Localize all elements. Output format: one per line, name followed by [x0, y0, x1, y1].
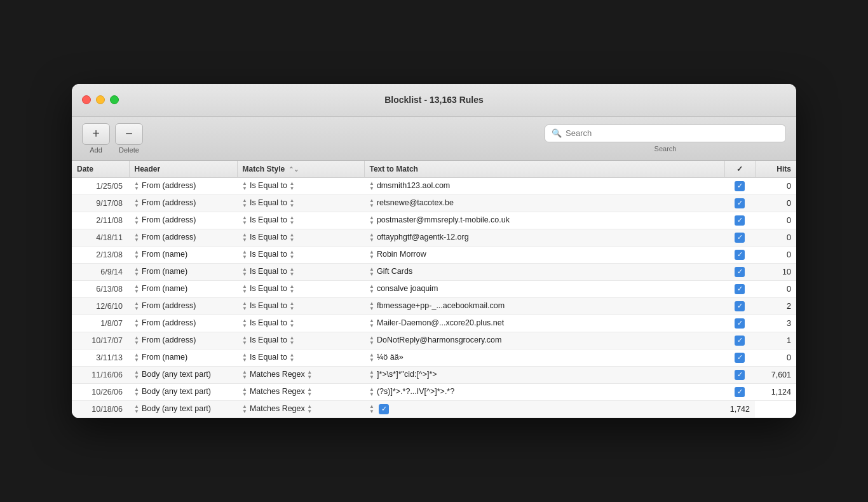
stepper-icon: ▲▼ [242, 387, 247, 397]
cell-match-style: ▲▼Is Equal to ▲▼ [237, 332, 364, 349]
cell-header: ▲▼From (name) [129, 349, 237, 366]
toolbar-right: 🔍 Search [545, 125, 786, 153]
cell-header: ▲▼From (address) [129, 212, 237, 229]
main-window: Blocklist - 13,163 Rules + − Add Delete … [72, 84, 796, 418]
checkbox-icon[interactable]: ✓ [735, 233, 745, 243]
checkbox-icon[interactable]: ✓ [735, 198, 745, 208]
table-row[interactable]: 6/9/14 ▲▼From (name) ▲▼Is Equal to ▲▼ ▲▼… [72, 263, 796, 280]
cell-check[interactable]: ✓ [725, 332, 755, 349]
cell-text-to-match: ▲▼DoNotReply@harmonsgrocery.com [364, 332, 725, 349]
table-row[interactable]: 9/17/08 ▲▼From (address) ▲▼Is Equal to ▲… [72, 194, 796, 212]
cell-text-to-match: ▲▼retsnewe@tacotex.be [364, 194, 725, 212]
stepper-icon: ▲▼ [369, 233, 374, 243]
stepper-icon: ▲▼ [134, 370, 139, 380]
table-row[interactable]: 10/17/07 ▲▼From (address) ▲▼Is Equal to … [72, 332, 796, 349]
table-row[interactable]: 1/25/05 ▲▼From (address) ▲▼Is Equal to ▲… [72, 177, 796, 194]
checkbox-icon[interactable]: ✓ [735, 284, 745, 294]
cell-date: 4/18/11 [72, 229, 129, 246]
add-button[interactable]: + [82, 123, 110, 145]
cell-check[interactable]: ✓ [725, 229, 755, 246]
cell-check[interactable]: ✓ [725, 280, 755, 297]
col-date[interactable]: Date [72, 161, 129, 178]
cell-check[interactable]: ✓ [725, 263, 755, 280]
cell-match-style: ▲▼Is Equal to ▲▼ [237, 212, 364, 229]
stepper-icon: ▲▼ [369, 267, 374, 277]
search-icon: 🔍 [552, 128, 562, 138]
stepper-icon: ▲▼ [242, 353, 247, 363]
cell-header: ▲▼From (name) [129, 280, 237, 297]
stepper-icon: ▲▼ [134, 353, 139, 363]
checkbox-icon[interactable]: ✓ [735, 267, 745, 277]
table-row[interactable]: 2/11/08 ▲▼From (address) ▲▼Is Equal to ▲… [72, 212, 796, 229]
delete-button[interactable]: − [115, 123, 143, 145]
stepper-icon: ▲▼ [134, 301, 139, 311]
cell-hits: 10 [755, 263, 796, 280]
window-title: Blocklist - 13,163 Rules [384, 95, 484, 105]
checkbox-icon[interactable]: ✓ [735, 353, 745, 363]
table-row[interactable]: 6/13/08 ▲▼From (name) ▲▼Is Equal to ▲▼ ▲… [72, 280, 796, 297]
cell-header: ▲▼From (name) [129, 263, 237, 280]
stepper-icon: ▲▼ [369, 181, 374, 191]
cell-check[interactable]: ✓ [725, 349, 755, 366]
stepper-icon: ▲▼ [134, 284, 139, 294]
col-text-to-match[interactable]: Text to Match [364, 161, 725, 178]
cell-check[interactable]: ✓ [725, 383, 755, 400]
stepper-icon: ▲▼ [242, 301, 247, 311]
cell-match-style: ▲▼Is Equal to ▲▼ [237, 229, 364, 246]
col-match-style[interactable]: Match Style ⌃⌄ [237, 161, 364, 178]
checkbox-icon[interactable]: ✓ [735, 301, 745, 311]
cell-check[interactable]: ✓ [725, 246, 755, 263]
cell-check[interactable]: ✓ [725, 177, 755, 194]
stepper-icon: ▲▼ [369, 318, 374, 329]
cell-check[interactable]: ✓ [725, 194, 755, 212]
cell-date: 6/13/08 [72, 280, 129, 297]
col-hits[interactable]: Hits [755, 161, 796, 178]
stepper-icon: ▲▼ [369, 198, 374, 208]
stepper-icon: ▲▼ [369, 284, 374, 294]
maximize-button[interactable] [110, 95, 119, 104]
checkbox-icon[interactable]: ✓ [379, 404, 389, 414]
cell-text-to-match: ▲▼consalve joaquim [364, 280, 725, 297]
stepper-icon: ▲▼ [369, 370, 374, 380]
table-row[interactable]: 11/16/06 ▲▼Body (any text part) ▲▼Matche… [72, 366, 796, 383]
checkbox-icon[interactable]: ✓ [735, 336, 745, 346]
cell-check[interactable]: ✓ [725, 366, 755, 383]
col-header[interactable]: Header [129, 161, 237, 178]
toolbar-left: + − Add Delete [82, 123, 143, 154]
cell-check[interactable]: ✓ [725, 297, 755, 315]
minimize-button[interactable] [96, 95, 105, 104]
search-box[interactable]: 🔍 [545, 125, 786, 142]
table-row[interactable]: 12/6/10 ▲▼From (address) ▲▼Is Equal to ▲… [72, 297, 796, 315]
cell-header: ▲▼From (address) [129, 177, 237, 194]
cell-hits: 0 [755, 246, 796, 263]
close-button[interactable] [82, 95, 91, 104]
cell-text-to-match: ▲▼Robin Morrow [364, 246, 725, 263]
checkbox-icon[interactable]: ✓ [735, 181, 745, 191]
stepper-icon: ▲▼ [242, 181, 247, 191]
cell-check[interactable]: ✓ [725, 315, 755, 332]
table-row[interactable]: 1/8/07 ▲▼From (address) ▲▼Is Equal to ▲▼… [72, 315, 796, 332]
checkbox-icon[interactable]: ✓ [735, 215, 745, 226]
table-row[interactable]: 10/26/06 ▲▼Body (any text part) ▲▼Matche… [72, 383, 796, 400]
checkbox-icon[interactable]: ✓ [735, 370, 745, 380]
table-row[interactable]: 10/18/06 ▲▼Body (any text part) ▲▼Matche… [72, 400, 796, 417]
cell-text-to-match: ▲▼postmaster@mmsreply.t-mobile.co.uk [364, 212, 725, 229]
table-row[interactable]: 2/13/08 ▲▼From (name) ▲▼Is Equal to ▲▼ ▲… [72, 246, 796, 263]
col-check[interactable]: ✓ [725, 161, 755, 178]
cell-match-style: ▲▼Is Equal to ▲▼ [237, 177, 364, 194]
cell-match-style: ▲▼Is Equal to ▲▼ [237, 263, 364, 280]
checkbox-icon[interactable]: ✓ [735, 387, 745, 397]
cell-check[interactable]: ✓ [725, 212, 755, 229]
checkbox-icon[interactable]: ✓ [735, 318, 745, 329]
search-input[interactable] [566, 128, 779, 138]
cell-date: 2/11/08 [72, 212, 129, 229]
stepper-icon: ▲▼ [134, 404, 139, 414]
checkbox-icon[interactable]: ✓ [735, 250, 745, 260]
table-row[interactable]: 4/18/11 ▲▼From (address) ▲▼Is Equal to ▲… [72, 229, 796, 246]
cell-hits: 7,601 [755, 366, 796, 383]
toolbar-labels: Add Delete [82, 146, 143, 154]
cell-match-style: ▲▼Is Equal to ▲▼ [237, 315, 364, 332]
toolbar-buttons: + − [82, 123, 143, 145]
table-row[interactable]: 3/11/13 ▲▼From (name) ▲▼Is Equal to ▲▼ ▲… [72, 349, 796, 366]
stepper-icon: ▲▼ [242, 250, 247, 260]
